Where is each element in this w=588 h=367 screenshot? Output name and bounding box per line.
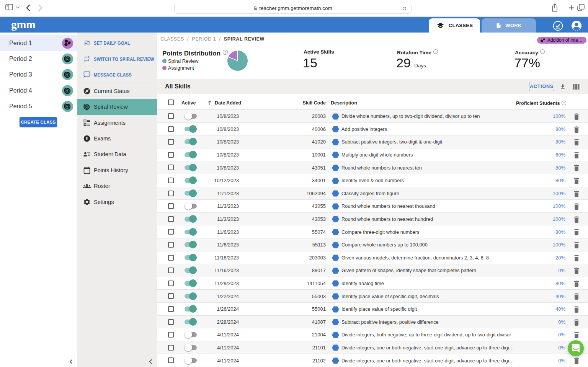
svg-text:?: ? bbox=[434, 50, 436, 54]
svg-text:E: E bbox=[86, 137, 88, 141]
svg-text:?: ? bbox=[563, 101, 565, 105]
svg-text:?: ? bbox=[541, 50, 543, 54]
